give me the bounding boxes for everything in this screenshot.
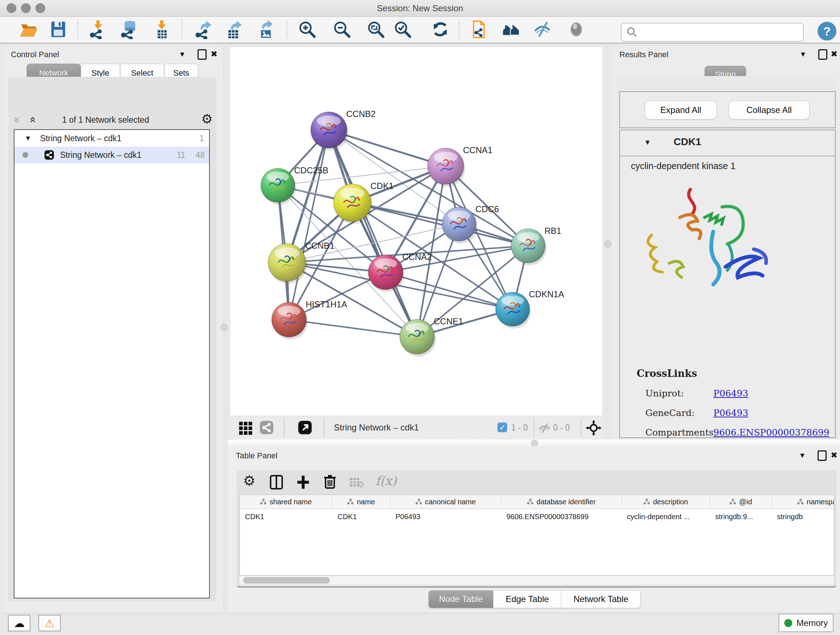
export-table-icon[interactable] bbox=[224, 19, 245, 40]
network-row-selected[interactable]: String Network – cdk1 11 48 bbox=[14, 147, 209, 163]
network-edge-HIST1H1A-CCNE1[interactable] bbox=[289, 320, 417, 337]
scrollbar-thumb[interactable] bbox=[243, 577, 330, 584]
table-gear-icon[interactable]: ⚙ bbox=[243, 473, 256, 489]
add-column-icon[interactable] bbox=[297, 475, 309, 491]
node-label: CCNB1 bbox=[305, 241, 334, 250]
open-session-icon[interactable] bbox=[18, 19, 39, 40]
refresh-icon[interactable] bbox=[430, 19, 451, 40]
function-builder-icon[interactable]: f(x) bbox=[376, 473, 396, 488]
control-panel-menu-caret-icon[interactable]: ▾ bbox=[180, 50, 185, 58]
network-options-gear-icon[interactable]: ⚙ bbox=[201, 111, 213, 127]
cloud-icon[interactable]: ☁ bbox=[8, 615, 30, 631]
detach-view-icon[interactable] bbox=[298, 420, 312, 436]
application-window: Session: New Session bbox=[0, 0, 840, 635]
home-icon[interactable] bbox=[501, 19, 522, 40]
network-canvas[interactable]: CCNB2CCNA1CDC25BCDK1CDC6RB1CCNB1CCNA2CDK… bbox=[231, 47, 602, 416]
network-node-CCNA2[interactable]: CCNA2 bbox=[368, 252, 431, 292]
column-header[interactable]: database identifier bbox=[501, 495, 622, 509]
control-panel-title: Control Panel bbox=[11, 50, 59, 59]
canvas-splitter-handle[interactable] bbox=[605, 241, 611, 247]
collapse-all-networks-icon[interactable]: » bbox=[12, 117, 23, 123]
results-panel-menu-caret-icon[interactable]: ▾ bbox=[801, 50, 805, 58]
preview-eye-icon[interactable] bbox=[566, 19, 587, 40]
warning-icon[interactable]: ⚠ bbox=[38, 615, 61, 631]
single-view-share-icon[interactable] bbox=[259, 420, 274, 436]
tab-network-table[interactable]: Network Table bbox=[561, 590, 641, 608]
memory-button[interactable]: Memory bbox=[778, 614, 834, 632]
expand-all-button[interactable]: Expand All bbox=[645, 101, 717, 119]
node-label: HIST1H1A bbox=[306, 299, 347, 309]
gene-section: ▼ CDK1 cyclin-dependent kinase 1 bbox=[619, 130, 836, 438]
network-node-CCNB2[interactable]: CCNB2 bbox=[311, 109, 376, 150]
network-edge-CDK1-RB1[interactable] bbox=[352, 203, 528, 246]
zoom-fit-icon[interactable] bbox=[365, 19, 386, 40]
network-edge-CCNB2-HIST1H1A[interactable] bbox=[289, 130, 329, 320]
network-node-CCNB1[interactable]: CCNB1 bbox=[268, 241, 334, 284]
results-panel-float-icon[interactable] bbox=[818, 49, 827, 60]
zoom-selected-icon[interactable] bbox=[392, 19, 413, 40]
network-tab-content: » » 1 of 1 Network selected ⚙ ▼ String N… bbox=[8, 77, 216, 601]
column-header[interactable]: namespace bbox=[772, 495, 834, 509]
delete-column-trash-icon[interactable] bbox=[324, 474, 336, 491]
compartments-link[interactable]: 9606.ENSP00000378699 bbox=[714, 427, 829, 438]
save-session-icon[interactable] bbox=[48, 19, 69, 40]
horizontal-scrollbar[interactable] bbox=[240, 576, 834, 585]
grid-view-icon[interactable] bbox=[238, 421, 253, 437]
network-selection-status: 1 of 1 Network selected bbox=[44, 115, 167, 125]
gene-section-header[interactable]: ▼ CDK1 bbox=[620, 130, 835, 157]
search-box[interactable] bbox=[621, 23, 804, 42]
export-image-icon[interactable] bbox=[256, 19, 276, 40]
gene-collapse-caret-icon[interactable]: ▼ bbox=[644, 138, 651, 147]
sidebar-splitter-handle[interactable] bbox=[221, 324, 227, 331]
hidden-eye-icon[interactable] bbox=[538, 423, 551, 435]
horizontal-splitter[interactable] bbox=[228, 440, 840, 446]
network-node-RB1[interactable]: RB1 bbox=[511, 226, 561, 265]
import-network-icon[interactable] bbox=[88, 19, 109, 40]
table-row[interactable]: CDK1 CDK1 P06493 9606.ENSP00000378699 cy… bbox=[240, 509, 834, 524]
control-panel-close-icon[interactable]: ✖ bbox=[210, 50, 218, 58]
search-input[interactable] bbox=[641, 25, 803, 40]
delete-table-icon[interactable] bbox=[349, 477, 364, 489]
help-icon[interactable]: ? bbox=[818, 22, 836, 41]
show-columns-icon[interactable] bbox=[270, 475, 283, 491]
column-header[interactable]: canonical name bbox=[390, 495, 501, 509]
network-node-CCNE1[interactable]: CCNE1 bbox=[400, 317, 463, 356]
table-panel-close-icon[interactable]: ✖ bbox=[831, 451, 837, 459]
zoom-in-icon[interactable] bbox=[297, 19, 317, 40]
network-node-CDKN1A[interactable]: CDKN1A bbox=[496, 289, 564, 329]
expand-all-networks-icon[interactable]: » bbox=[27, 117, 37, 123]
column-header[interactable]: @id bbox=[710, 495, 772, 509]
column-header[interactable]: description bbox=[622, 495, 710, 509]
string-results-content: Expand All Collapse All ▼ CDK1 cyclin-de… bbox=[616, 76, 837, 440]
gene-description: cyclin-dependent kinase 1 bbox=[631, 161, 736, 171]
network-node-HIST1H1A[interactable]: HIST1H1A bbox=[272, 299, 347, 340]
hide-graphics-icon[interactable] bbox=[532, 19, 553, 40]
results-panel-close-icon[interactable]: ✖ bbox=[831, 50, 837, 58]
table-panel-float-icon[interactable] bbox=[818, 450, 827, 461]
network-collection-row[interactable]: ▼ String Network – cdk1 1 bbox=[14, 130, 209, 147]
table-panel-menu-caret-icon[interactable]: ▾ bbox=[800, 451, 805, 459]
node-label: RB1 bbox=[545, 226, 561, 236]
string-document-icon[interactable] bbox=[470, 19, 491, 40]
selected-checkbox-icon[interactable] bbox=[497, 423, 507, 432]
network-node-CCNA1[interactable]: CCNA1 bbox=[428, 145, 493, 187]
column-header[interactable]: name bbox=[332, 495, 390, 509]
network-share-icon bbox=[44, 150, 54, 160]
network-node-count: 11 bbox=[177, 150, 186, 160]
export-network-icon[interactable] bbox=[193, 19, 214, 40]
genecard-link[interactable]: P06493 bbox=[714, 408, 748, 418]
zoom-out-icon[interactable] bbox=[332, 19, 352, 40]
selected-node-edge-counts: 1 - 0 bbox=[511, 423, 528, 432]
collapse-all-button[interactable]: Collapse All bbox=[729, 101, 810, 119]
collection-caret-icon[interactable]: ▼ bbox=[25, 134, 32, 142]
import-network-from-database-icon[interactable] bbox=[118, 19, 140, 40]
column-header[interactable]: shared name bbox=[240, 495, 332, 509]
status-bar-divider bbox=[0, 613, 840, 614]
import-table-icon[interactable] bbox=[151, 19, 172, 40]
tab-node-table[interactable]: Node Table bbox=[428, 590, 493, 608]
uniprot-link[interactable]: P06493 bbox=[714, 388, 748, 399]
navigator-crosshair-icon[interactable] bbox=[586, 420, 602, 437]
control-panel-float-icon[interactable] bbox=[197, 49, 207, 60]
toolbar-separator bbox=[182, 20, 182, 38]
tab-edge-table[interactable]: Edge Table bbox=[493, 590, 561, 608]
